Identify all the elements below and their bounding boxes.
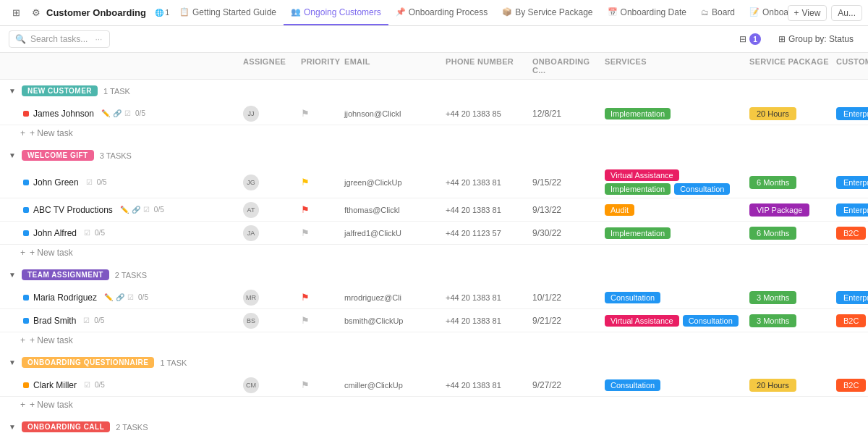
- group-toggle-icon[interactable]: ▼: [9, 151, 16, 159]
- table-row[interactable]: James Johnson ✏️🔗☑ 0/5 JJ ⚑ jjohnson@Cli…: [0, 102, 868, 125]
- assignee-cell: AT: [240, 199, 298, 221]
- priority-cell[interactable]: ⚑: [298, 201, 341, 218]
- table-row[interactable]: John Green ☑ 0/5 JG ⚑ jgreen@ClickUp +44…: [0, 167, 868, 198]
- task-meta: ✏️🔗☑: [101, 109, 131, 117]
- customer-type-cell: Enterprise: [833, 175, 868, 190]
- tab-by-service-package[interactable]: 📦 By Service Package: [495, 0, 600, 25]
- task-name[interactable]: Clark Miller: [33, 380, 77, 390]
- meta-icon[interactable]: ☑: [83, 316, 90, 324]
- meta-icon[interactable]: ✏️: [120, 206, 129, 214]
- meta-icon[interactable]: ☑: [84, 381, 90, 389]
- tab-icon: 📦: [502, 7, 512, 17]
- task-progress: 0/5: [95, 381, 105, 389]
- col-onboarding-date: ONBOARDING C...: [529, 53, 602, 79]
- group-header-team-assignment[interactable]: ▼ TEAM ASSIGNMENT 2 TASKS: [0, 264, 868, 286]
- meta-icon[interactable]: ☑: [143, 206, 150, 214]
- group-header-onboarding-call[interactable]: ▼ ONBOARDING CALL 2 TASKS: [0, 416, 868, 438]
- priority-flag[interactable]: ⚑: [301, 108, 310, 119]
- priority-cell[interactable]: ⚑: [298, 377, 341, 393]
- auto-button[interactable]: Au...: [831, 5, 862, 21]
- group-toggle-icon[interactable]: ▼: [9, 87, 16, 95]
- priority-flag[interactable]: ⚑: [301, 379, 310, 390]
- priority-cell[interactable]: ⚑: [298, 105, 341, 122]
- tab-board[interactable]: 🗂 Board: [694, 0, 742, 25]
- table-row[interactable]: John Alfred ☑ 0/5 JA ⚑ jalfred1@ClickU +…: [0, 222, 868, 245]
- task-name[interactable]: John Alfred: [33, 228, 77, 238]
- priority-flag[interactable]: ⚑: [301, 204, 310, 215]
- filter-button[interactable]: ⊟ 1: [733, 30, 767, 48]
- meta-icon[interactable]: 🔗: [113, 109, 122, 117]
- table-row[interactable]: Brad Smith ☑ 0/5 BS ⚑ bsmith@ClickUp +44…: [0, 309, 868, 332]
- new-task-button[interactable]: ++ New task: [0, 125, 868, 141]
- task-progress: 0/5: [97, 178, 107, 186]
- email-cell: jjohnson@Clickl: [341, 106, 443, 121]
- group-toggle-icon[interactable]: ▼: [9, 423, 16, 431]
- new-task-button[interactable]: ++ New task: [0, 332, 868, 348]
- tab-ongoing-customers[interactable]: 👥 Ongoing Customers: [284, 0, 388, 25]
- tab-icon: 📅: [608, 7, 618, 17]
- meta-icon[interactable]: 🔗: [132, 206, 140, 214]
- meta-icon[interactable]: ☑: [84, 229, 90, 237]
- task-name-cell: James Johnson ✏️🔗☑ 0/5: [9, 106, 240, 122]
- avatar[interactable]: MR: [243, 290, 259, 306]
- meta-icon[interactable]: ☑: [124, 109, 131, 117]
- service-badge: Consultation: [674, 183, 730, 195]
- meta-icon[interactable]: ☑: [86, 178, 93, 186]
- new-task-button[interactable]: ++ New task: [0, 245, 868, 261]
- meta-icon[interactable]: ✏️: [101, 109, 110, 117]
- tab-onboarding-process[interactable]: 📌 Onboarding Process: [388, 0, 495, 25]
- group-task-count: 2 TASKS: [116, 423, 148, 432]
- group-header-new-customer[interactable]: ▼ NEW CUSTOMER 1 TASK: [0, 80, 868, 102]
- group-toggle-icon[interactable]: ▼: [9, 358, 16, 366]
- task-name-cell: ABC TV Productions ✏️🔗☑ 0/5: [9, 202, 240, 218]
- assignee-cell: JB: [240, 439, 298, 442]
- meta-icon[interactable]: ☑: [127, 293, 134, 301]
- email-cell: cmiller@ClickUp: [341, 378, 443, 392]
- priority-flag[interactable]: ⚑: [301, 292, 310, 303]
- priority-cell[interactable]: ⚑: [298, 289, 341, 306]
- avatar[interactable]: JG: [243, 175, 259, 190]
- tab-onboarding-questionnaire[interactable]: 📝 Onboarding Questionnaire: [742, 0, 788, 25]
- table-row[interactable]: Jessica Brown ☑ 0/5 JB ⚑ jbrown@ClickUp …: [0, 438, 868, 441]
- meta-icon[interactable]: 🔗: [116, 293, 124, 301]
- service-package-badge: 20 Hours: [749, 379, 796, 392]
- priority-flag[interactable]: ⚑: [301, 227, 310, 238]
- avatar[interactable]: BS: [243, 313, 259, 329]
- table-row[interactable]: ABC TV Productions ✏️🔗☑ 0/5 AT ⚑ fthomas…: [0, 198, 868, 222]
- notifications-icon[interactable]: 🌐 1: [152, 3, 172, 23]
- avatar[interactable]: JA: [243, 225, 259, 241]
- settings-icon[interactable]: ⚙: [26, 3, 46, 23]
- view-button[interactable]: + View: [788, 5, 827, 21]
- new-task-button[interactable]: ++ New task: [0, 397, 868, 413]
- services-cell: Consultation: [602, 377, 746, 394]
- grid-icon[interactable]: ⊞: [6, 3, 26, 23]
- task-name[interactable]: James Johnson: [33, 109, 94, 119]
- task-name[interactable]: John Green: [33, 177, 79, 188]
- priority-flag[interactable]: ⚑: [301, 315, 310, 326]
- priority-cell[interactable]: ⚑: [298, 224, 341, 241]
- group-header-welcome-gift[interactable]: ▼ WELCOME GIFT 3 TASKS: [0, 144, 868, 167]
- priority-cell[interactable]: ⚑: [298, 174, 341, 190]
- tab-onboarding-date[interactable]: 📅 Onboarding Date: [600, 0, 694, 25]
- plus-icon: +: [20, 400, 25, 410]
- avatar[interactable]: CM: [243, 377, 259, 393]
- tab-getting-started[interactable]: 📋 Getting Started Guide: [172, 0, 284, 25]
- task-name[interactable]: Maria Rodriguez: [33, 293, 97, 303]
- search-box[interactable]: 🔍 Search tasks... ···: [9, 30, 110, 48]
- avatar[interactable]: JJ: [243, 106, 259, 122]
- group-badge: ONBOARDING CALL: [22, 421, 110, 432]
- project-title: Customer Onboarding: [46, 7, 146, 18]
- table-row[interactable]: Clark Miller ☑ 0/5 CM ⚑ cmiller@ClickUp …: [0, 374, 868, 397]
- meta-icon[interactable]: ✏️: [104, 293, 113, 301]
- priority-cell[interactable]: ⚑: [298, 312, 341, 329]
- priority-flag[interactable]: ⚑: [301, 177, 310, 188]
- task-name[interactable]: Brad Smith: [33, 316, 76, 326]
- table-row[interactable]: Maria Rodriguez ✏️🔗☑ 0/5 MR ⚑ mrodriguez…: [0, 286, 868, 309]
- group-header-onboarding-questionnaire[interactable]: ▼ ONBOARDING QUESTIONNAIRE 1 TASK: [0, 351, 868, 374]
- avatar[interactable]: AT: [243, 202, 259, 218]
- customer-type-cell: Enterprise: [833, 202, 868, 218]
- group-toggle-icon[interactable]: ▼: [9, 271, 16, 279]
- group-by-button[interactable]: ⊞ Group by: Status: [773, 31, 859, 47]
- task-name[interactable]: ABC TV Productions: [33, 205, 113, 215]
- task-progress: 0/5: [138, 293, 148, 301]
